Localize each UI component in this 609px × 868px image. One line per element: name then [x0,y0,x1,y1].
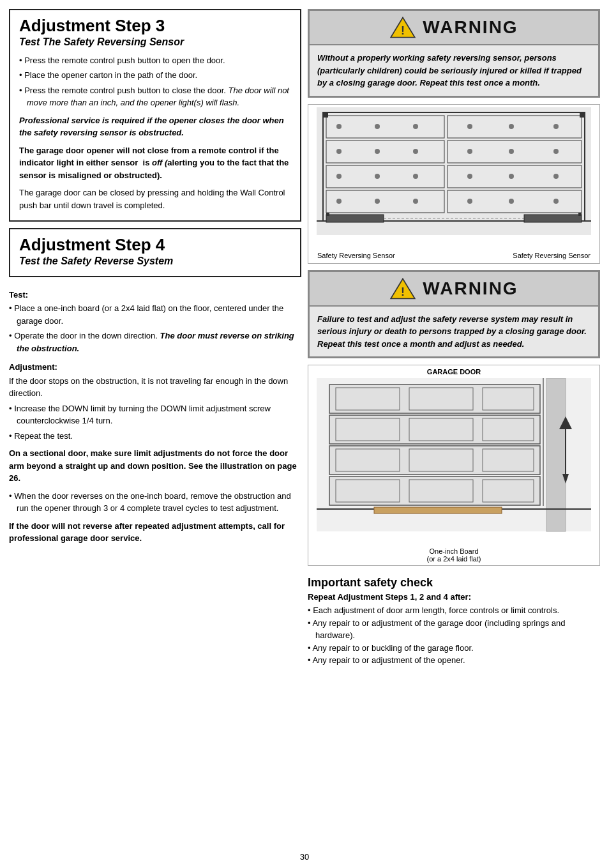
adj-bullet-2: Repeat the test. [9,430,301,443]
warning4-box: ! WARNING Failure to test and adjust the… [308,270,600,359]
svg-point-21 [413,149,418,154]
svg-point-30 [509,174,514,179]
svg-point-27 [467,199,472,204]
page-number: 30 [300,852,309,862]
svg-point-24 [467,124,472,129]
svg-point-19 [375,199,380,204]
warning4-title: WARNING [423,278,518,299]
safety-check-subtitle: Repeat Adjustment Steps 1, 2 and 4 after… [308,592,600,602]
svg-rect-48 [329,385,540,413]
svg-point-13 [336,149,342,154]
caption-right: Safety Reversing Sensor [513,252,590,259]
svg-point-34 [553,174,559,179]
warning3-box: ! WARNING Without a properly working saf… [308,9,600,98]
warning4-body: Failure to test and adjust the safety re… [310,307,598,357]
step3-title: Adjustment Step 3 [19,17,291,35]
svg-point-18 [375,174,380,179]
adj-bullet-1: Increase the DOWN limit by turning the D… [9,402,301,427]
svg-rect-43 [578,213,582,216]
svg-point-14 [336,174,342,179]
warning3-body: Without a properly working safety revers… [310,45,598,96]
svg-point-20 [413,124,418,129]
svg-rect-60 [329,476,540,505]
safety-bullet-2: • Any repair to or adjustment of the gar… [308,617,600,642]
svg-point-31 [509,199,514,204]
warning4-header: ! WARNING [310,272,598,307]
svg-point-17 [375,149,380,154]
step3-subtitle: Test The Safety Reversing Sensor [19,36,291,48]
step3-bullet-1: Press the remote control push button to … [19,54,291,67]
adjustment-label: Adjustment: [9,361,301,374]
safety-bullet-4: • Any repair to or adjustment of the ope… [308,654,600,667]
after-reverse-list: When the door reverses on the one-inch b… [9,490,301,515]
step3-bullet-3: Press the remote control push button to … [19,84,291,109]
svg-point-29 [509,149,514,154]
adjustment-bullets: Increase the DOWN limit by turning the D… [9,402,301,443]
warning3-header: ! WARNING [310,11,598,45]
right-column: ! WARNING Without a properly working saf… [308,9,600,845]
test-label: Test: [9,289,301,301]
step3-wallcontrol: The garage door can be closed by pressin… [19,187,291,211]
garage-diagram: GARAGE DOOR [308,365,600,566]
test-bullets: Place a one-inch board (or a 2x4 laid fl… [9,302,301,354]
test-bullet-2: Operate the door in the down direction. … [9,330,301,354]
warning3-title: WARNING [423,17,518,38]
step3-indicator: The garage door opener will not close fr… [19,144,291,182]
svg-text:!: ! [401,24,405,37]
svg-rect-40 [323,112,328,118]
step3-professional: Professional service is required if the … [19,114,291,139]
warning3-triangle-icon: ! [389,16,416,39]
after-reverse-bullet: When the door reverses on the one-inch b… [9,490,301,515]
step4-subtitle: Test the Safety Reverse System [19,255,291,267]
svg-point-32 [553,124,559,129]
sectional-door-note: On a sectional door, make sure limit adj… [9,447,301,485]
safety-bullet-1: • Each adjustment of door arm length, fo… [308,604,600,617]
step3-box: Adjustment Step 3 Test The Safety Revers… [9,9,301,222]
step4-title: Adjustment Step 4 [19,236,291,254]
svg-rect-41 [580,112,585,118]
no-reverse-note: If the door will not reverse after repea… [9,520,301,545]
svg-rect-42 [326,213,329,216]
step3-content: Press the remote control push button to … [19,54,291,212]
garage-diagram-svg [317,378,591,544]
svg-rect-52 [329,415,540,444]
svg-point-25 [467,149,472,154]
safety-check-list: • Each adjustment of door arm length, fo… [308,604,600,667]
sensor-diagram-svg [317,107,591,248]
caption-left: Safety Reversing Sensor [317,252,395,259]
safety-check-title: Important safety check [308,576,600,590]
svg-text:!: ! [401,286,405,298]
svg-point-22 [413,174,418,179]
step3-bullets: Press the remote control push button to … [19,54,291,109]
svg-point-26 [467,174,472,179]
page-layout: Adjustment Step 3 Test The Safety Revers… [0,0,609,868]
safety-check-section: Important safety check Repeat Adjustment… [308,576,600,667]
warning4-triangle-icon: ! [389,277,416,300]
svg-point-15 [336,199,342,204]
svg-rect-66 [374,507,502,514]
garage-diagram-title: GARAGE DOOR [311,368,597,376]
svg-rect-39 [524,215,582,222]
svg-point-12 [336,124,342,129]
board-label: One-inch Board (or a 2x4 laid flat) [311,547,597,563]
svg-rect-37 [326,215,384,222]
adjustment-intro: If the door stops on the obstruction, it… [9,375,301,400]
svg-point-16 [375,124,380,129]
sensor-diagram-caption: Safety Reversing Sensor Safety Reversing… [311,250,597,261]
step4-content-area: Test: Place a one-inch board (or a 2x4 l… [9,284,301,845]
test-bullet-1: Place a one-inch board (or a 2x4 laid fl… [9,302,301,327]
svg-point-28 [509,124,514,129]
svg-point-35 [553,199,559,204]
svg-point-23 [413,199,418,204]
safety-bullet-3: • Any repair to or buckling of the garag… [308,642,600,655]
step4-box: Adjustment Step 4 Test the Safety Revers… [9,228,301,277]
sensor-diagram: Safety Reversing Sensor Safety Reversing… [308,104,600,264]
svg-rect-56 [329,446,540,475]
svg-point-33 [553,149,559,154]
step3-bullet-2: Place the opener carton in the path of t… [19,69,291,82]
left-column: Adjustment Step 3 Test The Safety Revers… [9,9,301,845]
